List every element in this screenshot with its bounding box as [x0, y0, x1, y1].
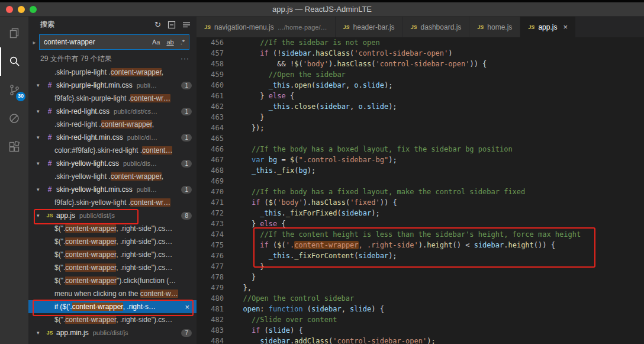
twistie-icon[interactable]: ▾	[37, 108, 45, 114]
code-line[interactable]: 484 sidebar.addClass('control-sidebar-op…	[197, 336, 644, 344]
twistie-icon[interactable]: ▾	[37, 134, 45, 140]
code-line[interactable]: 467 var bg = $(".control-sidebar-bg");	[197, 155, 644, 165]
code-area[interactable]: 456 //If the sidebar is not open457 if (…	[197, 37, 644, 344]
refresh-icon[interactable]: ↻	[154, 21, 161, 28]
code-line[interactable]: 470 //If the body has a fixed layout, ma…	[197, 187, 644, 197]
match-text: $(".content-wrapper").click(function (…	[54, 277, 192, 285]
code-line[interactable]: 465	[197, 133, 644, 144]
tab-header-bar.js[interactable]: JSheader-bar.js	[336, 17, 403, 37]
tab-home.js[interactable]: JShome.js	[469, 17, 520, 37]
code-token: 'control-sidebar-open'	[375, 60, 469, 68]
tab-dashboard.js[interactable]: JSdashboard.js	[403, 17, 470, 37]
code-line[interactable]: 469	[197, 176, 644, 187]
search-result-match[interactable]: $(".content-wrapper, .right-side").cs…	[28, 222, 197, 235]
code-line[interactable]: 479 },	[197, 282, 644, 293]
twistie-icon[interactable]: ▾	[37, 330, 45, 336]
code-line[interactable]: 472 _this._fixForFixed(sidebar);	[197, 208, 644, 218]
code-line[interactable]: 471 if ($('body').hasClass('fixed')) {	[197, 197, 644, 208]
code-token: );	[388, 102, 397, 111]
match-case-toggle[interactable]: Aa	[150, 38, 162, 46]
twistie-icon[interactable]: ▾	[37, 160, 45, 166]
code-token	[234, 38, 260, 47]
search-result-file[interactable]: ▾JSapp.jspublic/dist/js8	[28, 209, 197, 222]
tab-app.js[interactable]: JSapp.js×	[520, 17, 576, 37]
line-number: 478	[197, 272, 234, 282]
line-number: 456	[197, 37, 234, 48]
code-token: ".control-sidebar-bg"	[298, 156, 388, 164]
collapse-all-icon[interactable]	[168, 21, 176, 29]
search-result-match[interactable]: if ($('.content-wrapper, .right-s…×	[28, 300, 197, 313]
tab-navigation-menu.js[interactable]: JSnavigation-menu.js…/home-page/…	[197, 17, 336, 37]
twistie-icon[interactable]: ▾	[37, 82, 45, 88]
code-line[interactable]: 475 if ($('.content-wrapper, .right-side…	[197, 240, 644, 250]
search-result-match[interactable]: f9fafc}.skin-yellow-light .content-wr…	[28, 196, 197, 209]
activity-source-control[interactable]: 30	[0, 76, 28, 104]
zoom-window-button[interactable]	[30, 6, 37, 13]
code-line[interactable]: 461 } else {	[197, 91, 644, 101]
tab-close-icon[interactable]: ×	[563, 22, 568, 31]
regex-toggle[interactable]: .*	[179, 38, 186, 46]
search-result-match[interactable]: $(".content-wrapper, .right-side").cs…	[28, 261, 197, 274]
code-token: sidebar	[260, 337, 290, 344]
tab-description: …/home-page/…	[278, 24, 327, 31]
search-result-match[interactable]: .skin-purple-light .content-wrapper,	[28, 66, 197, 79]
code-line[interactable]: 462 _this.close(sidebar, o.slide);	[197, 101, 644, 112]
code-line[interactable]: 463 }	[197, 112, 644, 123]
search-details-icon[interactable]	[182, 21, 191, 29]
search-result-match[interactable]: $(".content-wrapper").click(function (…	[28, 274, 197, 287]
search-result-match[interactable]: $(".content-wrapper, .right-side").cs…	[28, 248, 197, 261]
search-result-file[interactable]: ▾#skin-purple-light.min.csspubli…1	[28, 79, 197, 92]
activity-debug[interactable]	[0, 104, 28, 133]
code-line[interactable]: 456 //If the sidebar is not open	[197, 37, 644, 48]
code-line-text: } else {	[234, 91, 644, 101]
code-line[interactable]: 468 _this._fix(bg);	[197, 165, 644, 176]
search-result-match[interactable]: menu when clicking on the content-w…	[28, 287, 197, 300]
search-result-match[interactable]: .skin-red-light .content-wrapper,	[28, 118, 197, 131]
code-line[interactable]: 478 }	[197, 272, 644, 282]
code-token: sidebar	[359, 252, 389, 260]
search-result-match[interactable]: f9fafc}.skin-purple-light .content-wr…	[28, 92, 197, 105]
close-window-button[interactable]	[6, 6, 13, 13]
code-line[interactable]: 464 });	[197, 123, 644, 133]
minimize-window-button[interactable]	[18, 6, 25, 13]
code-line[interactable]: 457 if (!sidebar.hasClass('control-sideb…	[197, 48, 644, 59]
more-actions-icon[interactable]: ···	[181, 54, 189, 63]
code-line[interactable]: 466 //If the body has a boxed layout, fi…	[197, 144, 644, 155]
whole-word-toggle[interactable]: ab	[165, 38, 175, 46]
activity-explorer[interactable]	[0, 19, 28, 47]
code-line[interactable]: 460 _this.open(sidebar, o.slide);	[197, 80, 644, 91]
search-result-match[interactable]: $(".content-wrapper, .right-side").cs…	[28, 313, 197, 326]
code-line[interactable]: 459 //Open the sidebar	[197, 69, 644, 80]
code-token: (	[260, 198, 268, 207]
code-line[interactable]: 458 && !$('body').hasClass('control-side…	[197, 59, 644, 69]
search-result-file[interactable]: ▾#skin-yellow-light.csspublic/dis…1	[28, 157, 197, 170]
activity-extensions[interactable]	[0, 133, 28, 161]
code-line[interactable]: 477 }	[197, 261, 644, 272]
search-result-file[interactable]: ▾#skin-red-light.csspublic/dist/cs…1	[28, 105, 197, 118]
search-result-file[interactable]: ▾#skin-red-light.min.csspublic/di…1	[28, 131, 197, 144]
code-token: );	[371, 209, 379, 217]
search-result-file[interactable]: ▾#skin-yellow-light.min.csspubli…1	[28, 183, 197, 196]
activity-search[interactable]	[0, 47, 28, 76]
toggle-replace-chevron-icon[interactable]: ▸	[30, 39, 39, 46]
code-line[interactable]: 482 //Slide over content	[197, 314, 644, 325]
code-line[interactable]: 481 open: function (sidebar, slide) {	[197, 304, 644, 314]
match-text-before: $(".	[54, 263, 65, 272]
search-result-match[interactable]: color:#f9fafc}.skin-red-light .content…	[28, 144, 197, 157]
twistie-icon[interactable]: ▾	[37, 213, 45, 218]
dismiss-match-icon[interactable]: ×	[182, 303, 192, 311]
match-text-before: color:#f9fafc}.skin-red-light .	[54, 146, 142, 155]
code-line[interactable]: 474 //If the content height is less than…	[197, 229, 644, 240]
code-line[interactable]: 483 if (slide) {	[197, 325, 644, 336]
code-line[interactable]: 473 } else {	[197, 218, 644, 229]
match-text-after: , .right-side").cs…	[116, 316, 172, 324]
search-result-match[interactable]: .skin-yellow-light .content-wrapper,	[28, 170, 197, 183]
code-line[interactable]: 480 //Open the control sidebar	[197, 293, 644, 304]
search-result-match[interactable]: $(".content-wrapper, .right-side").cs…	[28, 235, 197, 248]
search-result-file[interactable]: ▾JSapp.min.jspublic/dist/js7	[28, 326, 197, 339]
code-token: );	[427, 337, 435, 344]
twistie-icon[interactable]: ▾	[37, 187, 45, 192]
search-input[interactable]: content-wrapper Aa ab .*	[39, 34, 189, 50]
code-line[interactable]: 476 _this._fixForContent(sidebar);	[197, 250, 644, 261]
search-results-list: .skin-purple-light .content-wrapper,▾#sk…	[28, 66, 197, 344]
